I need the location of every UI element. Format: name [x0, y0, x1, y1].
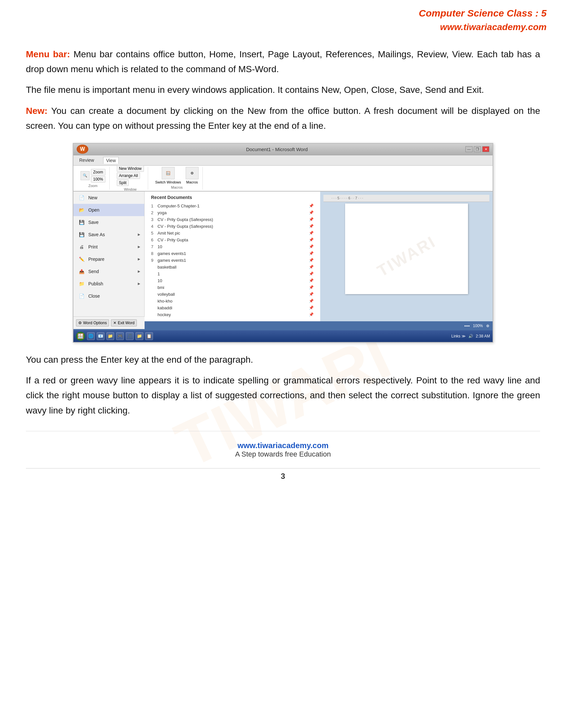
prepare-icon: ✏️ [77, 255, 86, 263]
sidebar-label-open: Open [88, 207, 99, 213]
zoom-icon[interactable]: 🔍 [81, 171, 90, 180]
recent-docs-title: Recent Documents [150, 195, 315, 200]
send-arrow: ▶ [138, 270, 140, 273]
para3-text: You can press the Enter key at the end o… [26, 355, 253, 365]
recent-doc-item-9[interactable]: 9 games events1 📌 [150, 257, 315, 264]
sidebar-label-close: Close [88, 293, 100, 299]
recent-doc-item-khokho[interactable]: kho-kho 📌 [150, 298, 315, 304]
saveas-icon: 💾 [77, 230, 86, 239]
exit-label: Exit Word [118, 321, 135, 325]
open-icon: 📂 [77, 206, 86, 214]
office-button[interactable]: W [77, 145, 88, 154]
taskbar-files[interactable]: 📁 [136, 332, 143, 340]
new-window-button[interactable]: New Window [117, 165, 144, 172]
arrange-all-button[interactable]: Arrange All [117, 172, 140, 179]
header-title: Computer Science Class : 5 [419, 6, 547, 20]
sidebar-item-print[interactable]: 🖨 Print ▶ [73, 241, 144, 253]
sidebar-label-publish: Publish [88, 281, 103, 286]
recent-doc-item-2[interactable]: 2 yoga 📌 [150, 209, 315, 216]
new-icon: 📄 [77, 193, 86, 202]
close-button[interactable]: ✕ [482, 146, 489, 152]
recent-doc-item-6[interactable]: 6 CV - Prity Gupta 📌 [150, 237, 315, 243]
tab-view[interactable]: View [103, 157, 119, 164]
menubar-text: Menu bar contains office button, Home, I… [26, 49, 540, 74]
filemenu-paragraph: The file menu is important menu in every… [26, 83, 540, 97]
sidebar-item-send[interactable]: 📤 Send ▶ [73, 265, 144, 278]
switch-windows-icon[interactable]: 🪟 [162, 167, 175, 179]
content-area: Menu bar: Menu bar contains office butto… [0, 37, 566, 500]
filemenu-text: The file menu is important menu in every… [26, 85, 484, 95]
new-text: You can create a document by clicking on… [26, 106, 540, 131]
tab-review[interactable]: Review [77, 157, 97, 163]
exit-word-button[interactable]: ✕ Exit Word [111, 319, 137, 326]
status-right: ▪▪▪▪ 100% ⊕ [464, 324, 489, 328]
recent-doc-item-basketball[interactable]: basketball 📌 [150, 264, 315, 270]
sidebar-item-close[interactable]: 📄 Close [73, 290, 144, 302]
recent-documents-panel: Recent Documents 1 Computer-5 Chapter-1 … [145, 192, 320, 321]
taskbar-right: Links ≫ 🔊 2:38 AM [451, 334, 490, 338]
sidebar-label-prepare: Prepare [88, 257, 105, 262]
print-icon: 🖨 [77, 243, 86, 251]
title-bar-buttons: — ❐ ✕ [465, 146, 489, 152]
sidebar-item-prepare[interactable]: ✏️ Prepare ▶ [73, 253, 144, 265]
header: Computer Science Class : 5 www.tiwariaca… [0, 0, 566, 37]
para4: If a red or green wavy line appears it i… [26, 373, 540, 418]
document-paper [345, 204, 468, 294]
recent-doc-item-5[interactable]: 5 Amit Net pic 📌 [150, 230, 315, 237]
saveas-arrow: ▶ [138, 233, 140, 236]
taskbar-time: 2:38 AM [476, 334, 490, 338]
sidebar-item-publish[interactable]: 📁 Publish ▶ [73, 278, 144, 290]
recent-doc-item-3[interactable]: 3 CV - Prity Gupta (Safexpress) 📌 [150, 216, 315, 223]
para4-text: If a red or green wavy line appears it i… [26, 375, 540, 415]
zoom-100-button[interactable]: 100% [91, 176, 105, 182]
taskbar-music[interactable]: 🎵 [126, 332, 134, 340]
taskbar-folder[interactable]: 📁 [106, 332, 114, 340]
word-options-label: Word Options [83, 321, 107, 325]
recent-doc-item-hockey[interactable]: hockey 📌 [150, 311, 315, 318]
split-button[interactable]: Split [117, 180, 129, 186]
footer-tagline: A Step towards free Education [26, 450, 540, 458]
recent-doc-item-kabaddi[interactable]: kabaddi 📌 [150, 304, 315, 311]
word-options-button[interactable]: ⚙ Word Options [76, 319, 109, 326]
recent-doc-item-8[interactable]: 8 games events1 📌 [150, 250, 315, 257]
zoom-button[interactable]: Zoom [91, 169, 105, 175]
recent-doc-item-10[interactable]: 10 📌 [150, 277, 315, 284]
page-number: 3 [26, 468, 540, 487]
app-body: 📄 New 📂 Open 💾 Save 💾 [73, 192, 493, 321]
file-sidebar: 📄 New 📂 Open 💾 Save 💾 [73, 192, 145, 321]
restore-button[interactable]: ❐ [474, 146, 481, 152]
word-options-icon: ⚙ [78, 321, 82, 325]
recent-doc-item-7[interactable]: 7 10 📌 [150, 243, 315, 250]
start-button[interactable]: 🪟 [76, 332, 85, 341]
taskbar: 🪟 🌐 📧 📁 🎮 🎵 📁 📋 Links ≫ 🔊 2:38 AM [73, 330, 493, 342]
sidebar-label-save: Save [88, 220, 99, 225]
window-group: New Window Arrange All Split Window [113, 167, 148, 190]
sidebar-item-save[interactable]: 💾 Save [73, 216, 144, 228]
recent-doc-item-4[interactable]: 4 CV - Prity Gupta (Safexpress) 📌 [150, 223, 315, 230]
send-icon: 📤 [77, 267, 86, 276]
sidebar-item-saveas[interactable]: 💾 Save As ▶ [73, 228, 144, 241]
taskbar-doc[interactable]: 📋 [145, 332, 153, 340]
recent-doc-item-volleyball[interactable]: volleyball 📌 [150, 291, 315, 298]
zoom-slider[interactable]: ⊕ [486, 324, 489, 328]
prepare-arrow: ▶ [138, 257, 140, 261]
save-icon: 💾 [77, 218, 86, 226]
macros-icon[interactable]: ⚙ [186, 167, 199, 179]
ribbon-tabs-bar: Review View [73, 155, 493, 166]
window-group-label: Window [124, 187, 137, 191]
exit-icon: ✕ [113, 321, 117, 325]
sidebar-item-open[interactable]: 📂 Open [73, 204, 144, 216]
document-area: TIWARI · · · 5 · · · · 6 · · 7 · · · [320, 192, 493, 321]
taskbar-mail[interactable]: 📧 [97, 332, 105, 340]
sidebar-item-new[interactable]: 📄 New [73, 192, 144, 204]
bottom-buttons: ⚙ Word Options ✕ Exit Word [73, 316, 145, 329]
minimize-button[interactable]: — [465, 146, 472, 152]
recent-doc-item-1b[interactable]: 1 📌 [150, 270, 315, 277]
taskbar-media[interactable]: 🎮 [116, 332, 124, 340]
header-url: www.tiwariacademy.com [419, 20, 547, 34]
taskbar-icons: 🔊 [468, 334, 473, 338]
macros-label: Macros [186, 180, 198, 184]
taskbar-browser[interactable]: 🌐 [87, 332, 95, 340]
recent-doc-item-bmi[interactable]: bmi 📌 [150, 284, 315, 291]
recent-doc-item-1[interactable]: 1 Computer-5 Chapter-1 📌 [150, 203, 315, 209]
